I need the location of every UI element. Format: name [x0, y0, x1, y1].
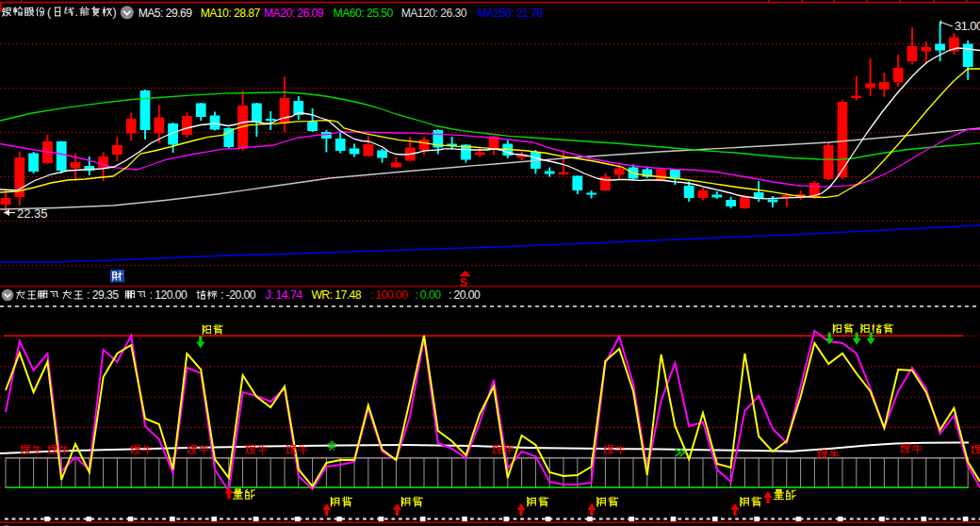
svg-text:): ) — [113, 6, 117, 19]
svg-text:: 0.00: : 0.00 — [415, 288, 441, 302]
svg-text:31.00: 31.00 — [955, 19, 980, 33]
svg-text:MA120: 26.30: MA120: 26.30 — [401, 7, 467, 20]
svg-text:MA5: 29.69: MA5: 29.69 — [139, 7, 193, 20]
svg-text:MA250: 21.78: MA250: 21.78 — [477, 7, 543, 20]
svg-text:: 120.00: : 120.00 — [150, 288, 188, 302]
svg-text:22.35: 22.35 — [17, 206, 48, 221]
svg-text:MA10: 28.87: MA10: 28.87 — [201, 7, 261, 20]
svg-text:: 20.00: : 20.00 — [449, 288, 481, 302]
svg-text:: -20.00: : -20.00 — [220, 288, 256, 302]
svg-text:MA20: 26.09: MA20: 26.09 — [264, 7, 324, 20]
svg-text:MA60: 25.50: MA60: 25.50 — [334, 7, 394, 20]
svg-text:J: 14.74: J: 14.74 — [265, 288, 302, 302]
svg-text:: 100.00: : 100.00 — [370, 288, 408, 302]
svg-text:: 29.35: : 29.35 — [87, 288, 119, 302]
svg-text:.: . — [75, 6, 78, 19]
svg-text:WR: 17.48: WR: 17.48 — [311, 288, 361, 302]
